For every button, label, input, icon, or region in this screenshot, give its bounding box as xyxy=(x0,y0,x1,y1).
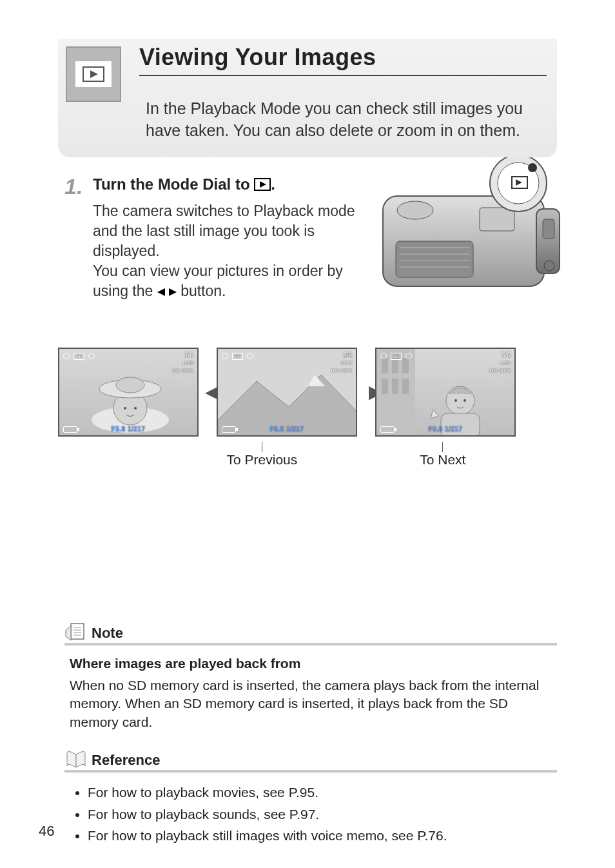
sd-badge: SD xyxy=(391,353,402,360)
svg-marker-19 xyxy=(260,181,266,188)
image-size: 1280 xyxy=(182,360,193,366)
svg-rect-33 xyxy=(392,358,398,373)
reference-item: For how to playback still images with vo… xyxy=(88,825,557,847)
image-counter: 1/6 xyxy=(184,351,193,359)
left-right-arrows-icon xyxy=(157,282,177,302)
exposure-info: F5.8 1/217 xyxy=(112,426,146,433)
step-number: 1. xyxy=(64,175,84,302)
note-body: Where images are played back from When n… xyxy=(70,655,557,731)
svg-point-26 xyxy=(124,407,126,409)
sd-badge: SD xyxy=(73,353,84,360)
svg-rect-32 xyxy=(382,358,388,373)
svg-point-25 xyxy=(116,377,144,393)
reference-item: For how to playback sounds, see P.97. xyxy=(88,804,557,825)
step-body-1: The camera switches to Playback mode and… xyxy=(93,201,370,261)
camera-illustration xyxy=(376,157,563,299)
lcd-preview-1: SD 1/61280100-0001 F5.8 1/217 xyxy=(58,348,199,437)
note-text: When no SD memory card is inserted, the … xyxy=(70,676,557,731)
reference-label: Reference xyxy=(92,752,160,769)
file-number: 100-0002 xyxy=(330,368,352,373)
reference-icon xyxy=(64,749,86,769)
svg-point-9 xyxy=(397,201,433,219)
exposure-info: F5.8 1/217 xyxy=(429,426,463,433)
image-counter: 2/6 xyxy=(343,351,352,359)
playback-symbol-icon xyxy=(254,177,271,195)
svg-point-40 xyxy=(464,399,466,402)
battery-icon xyxy=(222,426,236,433)
section-header: Viewing Your Images In the Playback Mode… xyxy=(58,39,557,157)
sd-badge: SD xyxy=(232,353,243,360)
svg-marker-1 xyxy=(90,70,98,78)
note-icon xyxy=(64,622,86,642)
reference-item: For how to playback movies, see P.95. xyxy=(88,782,557,804)
play-triangle-icon xyxy=(83,66,104,82)
svg-rect-17 xyxy=(543,219,554,239)
nav-labels: To Previous To Next xyxy=(135,440,557,468)
image-size: 1280 xyxy=(340,360,352,366)
svg-rect-35 xyxy=(382,379,388,394)
section-title: Viewing Your Images xyxy=(139,44,376,71)
svg-point-13 xyxy=(528,163,537,172)
svg-point-16 xyxy=(544,261,554,271)
reference-list: For how to playback movies, see P.95. Fo… xyxy=(88,782,557,847)
exposure-info: F5.8 1/217 xyxy=(270,426,304,433)
svg-rect-10 xyxy=(480,208,514,231)
svg-marker-47 xyxy=(66,626,71,640)
file-number: 100-0003 xyxy=(489,368,511,373)
playback-mode-icon xyxy=(66,46,121,102)
svg-rect-34 xyxy=(402,358,409,373)
image-counter: 3/6 xyxy=(502,351,511,359)
svg-point-27 xyxy=(134,407,137,409)
section-intro: In the Playback Mode you can check still… xyxy=(146,98,547,142)
step-body-2-suffix: button. xyxy=(181,282,226,299)
svg-rect-4 xyxy=(396,241,473,277)
note-header: Note xyxy=(64,622,557,646)
lcd-preview-2: SD 2/61280100-0002 F5.8 1/217 xyxy=(217,348,357,437)
step-heading-suffix: . xyxy=(271,175,275,193)
playback-previews: SD 1/61280100-0001 F5.8 1/217 ◀ SD 2/612… xyxy=(58,348,557,437)
svg-rect-37 xyxy=(402,379,409,394)
note-label: Note xyxy=(92,625,123,642)
step-heading-prefix: Turn the Mode Dial to xyxy=(93,175,254,193)
svg-marker-20 xyxy=(157,288,165,296)
page-number: 46 xyxy=(39,823,54,840)
step-body-2: You can view your pictures in order by u… xyxy=(93,261,370,302)
to-previous-label: To Previous xyxy=(227,452,298,468)
to-next-label: To Next xyxy=(420,452,465,468)
svg-point-39 xyxy=(454,399,457,402)
svg-rect-42 xyxy=(71,624,84,639)
svg-rect-41 xyxy=(441,413,480,437)
note-subhead: Where images are played back from xyxy=(70,655,557,673)
battery-icon xyxy=(63,426,77,433)
image-size: 1280 xyxy=(499,360,511,366)
battery-icon xyxy=(380,426,395,433)
svg-marker-21 xyxy=(169,288,177,296)
file-number: 100-0001 xyxy=(171,368,193,373)
reference-header: Reference xyxy=(64,749,557,773)
svg-rect-36 xyxy=(392,379,398,394)
lcd-preview-3: SD 3/61280100-0003 F5.8 1/217 xyxy=(375,348,516,437)
